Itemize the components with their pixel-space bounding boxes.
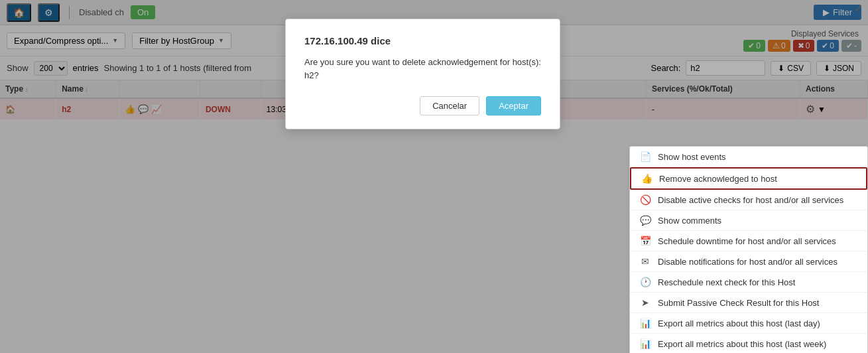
menu-label-schedule-downtime: Schedule downtime for host and/or all se… bbox=[658, 236, 836, 246]
modal-body-line1: Are you sure you want to delete acknowle… bbox=[304, 57, 541, 67]
modal-body-line2: h2? bbox=[304, 70, 319, 80]
menu-item-remove-acknowledged[interactable]: 👍 Remove acknowledged to host bbox=[630, 167, 867, 190]
menu-item-export-week[interactable]: 📊 Export all metrics about this host (la… bbox=[630, 334, 867, 353]
menu-item-schedule-downtime[interactable]: 📅 Schedule downtime for host and/or all … bbox=[630, 231, 867, 251]
show-events-icon: 📄 bbox=[639, 151, 651, 162]
menu-label-remove-ack: Remove acknowledged to host bbox=[659, 174, 777, 184]
menu-label-show-events: Show host events bbox=[658, 152, 726, 162]
menu-label-disable-checks: Disable active checks for host and/or al… bbox=[658, 195, 843, 205]
cancel-button[interactable]: Cancelar bbox=[420, 96, 479, 115]
menu-item-show-host-events[interactable]: 📄 Show host events bbox=[630, 147, 867, 167]
modal-title: 172.16.100.49 dice bbox=[304, 35, 541, 46]
menu-item-reschedule-check[interactable]: 🕐 Reschedule next check for this Host bbox=[630, 272, 867, 293]
menu-label-export-day: Export all metrics about this host (last… bbox=[658, 318, 820, 328]
export-week-icon: 📊 bbox=[639, 338, 651, 349]
schedule-downtime-icon: 📅 bbox=[639, 236, 651, 246]
export-day-icon: 📊 bbox=[639, 318, 651, 328]
context-menu: 📄 Show host events 👍 Remove acknowledged… bbox=[629, 146, 868, 353]
menu-item-show-comments[interactable]: 💬 Show comments bbox=[630, 210, 867, 231]
menu-label-disable-notifications: Disable notifications for host and/or al… bbox=[658, 257, 837, 267]
menu-label-export-week: Export all metrics about this host (last… bbox=[658, 339, 826, 349]
disable-notifications-icon: ✉ bbox=[639, 256, 651, 267]
menu-item-disable-notifications[interactable]: ✉ Disable notifications for host and/or … bbox=[630, 251, 867, 272]
modal-dialog: 172.16.100.49 dice Are you sure you want… bbox=[285, 19, 560, 129]
menu-item-disable-checks[interactable]: 🚫 Disable active checks for host and/or … bbox=[630, 190, 867, 210]
menu-label-show-comments: Show comments bbox=[658, 216, 721, 226]
disable-checks-icon: 🚫 bbox=[639, 194, 651, 205]
menu-label-reschedule: Reschedule next check for this Host bbox=[658, 277, 795, 287]
menu-item-export-day[interactable]: 📊 Export all metrics about this host (la… bbox=[630, 313, 867, 334]
menu-item-submit-passive[interactable]: ➤ Submit Passive Check Result for this H… bbox=[630, 293, 867, 313]
reschedule-icon: 🕐 bbox=[639, 277, 651, 287]
modal-body: Are you sure you want to delete acknowle… bbox=[304, 56, 541, 82]
menu-label-submit-passive: Submit Passive Check Result for this Hos… bbox=[658, 298, 819, 308]
modal-buttons: Cancelar Aceptar bbox=[304, 96, 541, 115]
show-comments-icon: 💬 bbox=[639, 215, 651, 226]
submit-passive-icon: ➤ bbox=[639, 297, 651, 308]
remove-ack-icon: 👍 bbox=[641, 173, 652, 184]
accept-button[interactable]: Aceptar bbox=[486, 96, 541, 115]
